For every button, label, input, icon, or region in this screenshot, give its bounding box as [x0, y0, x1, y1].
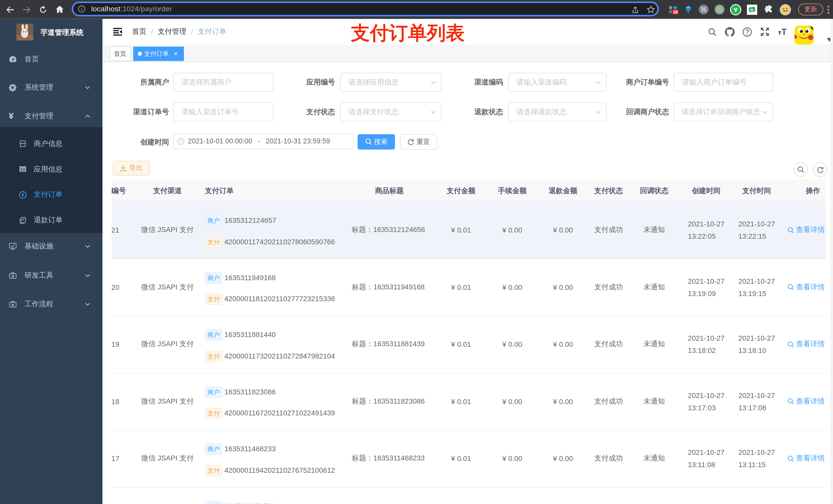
svg-text:⌘: ⌘ [700, 6, 707, 14]
svg-text:10: 10 [673, 9, 678, 14]
svg-text:¥: ¥ [22, 192, 24, 197]
